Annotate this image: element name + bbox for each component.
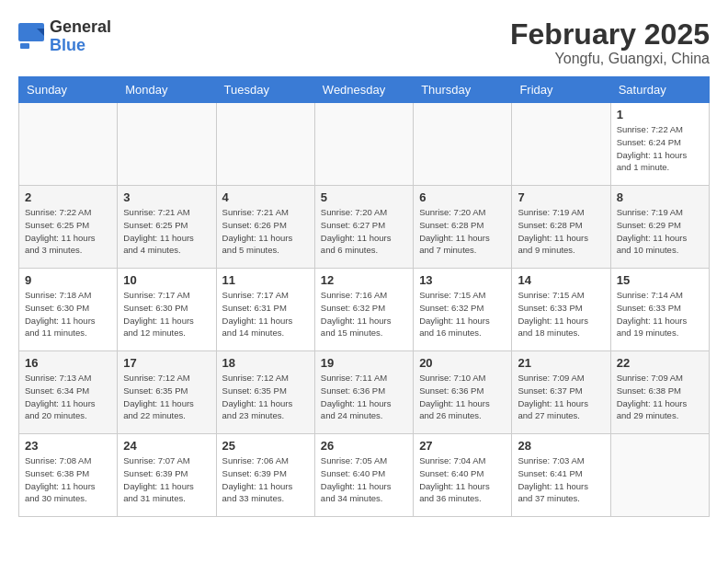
logo-blue-text: Blue (50, 37, 111, 55)
day-info: Sunrise: 7:14 AM Sunset: 6:33 PM Dayligh… (617, 289, 703, 339)
day-info: Sunrise: 7:08 AM Sunset: 6:38 PM Dayligh… (25, 454, 111, 505)
title-block: February 2025 Yongfu, Guangxi, China (510, 18, 710, 67)
day-number: 17 (123, 356, 210, 370)
calendar-week-row: 2Sunrise: 7:22 AM Sunset: 6:25 PM Daylig… (19, 186, 710, 269)
calendar-day-cell (118, 103, 216, 186)
day-info: Sunrise: 7:03 AM Sunset: 6:41 PM Dayligh… (518, 454, 604, 505)
day-number: 20 (419, 356, 506, 370)
day-number: 6 (419, 190, 506, 204)
day-info: Sunrise: 7:12 AM Sunset: 6:35 PM Dayligh… (123, 372, 210, 422)
calendar-day-cell (216, 103, 314, 186)
calendar-day-cell: 8Sunrise: 7:19 AM Sunset: 6:29 PM Daylig… (610, 186, 709, 269)
day-number: 24 (123, 439, 210, 453)
day-info: Sunrise: 7:19 AM Sunset: 6:29 PM Dayligh… (617, 206, 703, 257)
day-number: 12 (321, 273, 407, 287)
day-info: Sunrise: 7:15 AM Sunset: 6:33 PM Dayligh… (518, 289, 604, 339)
calendar-week-row: 9Sunrise: 7:18 AM Sunset: 6:30 PM Daylig… (19, 269, 710, 351)
svg-rect-2 (20, 43, 29, 49)
month-year-title: February 2025 (510, 18, 710, 51)
day-info: Sunrise: 7:10 AM Sunset: 6:36 PM Dayligh… (419, 372, 506, 422)
day-info: Sunrise: 7:22 AM Sunset: 6:24 PM Dayligh… (617, 123, 703, 174)
location-subtitle: Yongfu, Guangxi, China (510, 51, 710, 67)
calendar-week-row: 23Sunrise: 7:08 AM Sunset: 6:38 PM Dayli… (19, 434, 710, 517)
logo: General Blue (18, 18, 111, 55)
day-info: Sunrise: 7:20 AM Sunset: 6:27 PM Dayligh… (321, 206, 407, 257)
calendar-day-cell: 1Sunrise: 7:22 AM Sunset: 6:24 PM Daylig… (610, 103, 709, 186)
calendar-day-cell: 19Sunrise: 7:11 AM Sunset: 6:36 PM Dayli… (314, 351, 413, 434)
calendar-day-cell: 28Sunrise: 7:03 AM Sunset: 6:41 PM Dayli… (512, 434, 610, 517)
calendar-week-row: 16Sunrise: 7:13 AM Sunset: 6:34 PM Dayli… (19, 351, 710, 434)
calendar-day-cell: 9Sunrise: 7:18 AM Sunset: 6:30 PM Daylig… (19, 269, 118, 351)
calendar-day-cell (414, 103, 512, 186)
day-info: Sunrise: 7:21 AM Sunset: 6:25 PM Dayligh… (123, 206, 210, 257)
calendar-day-cell: 25Sunrise: 7:06 AM Sunset: 6:39 PM Dayli… (216, 434, 314, 517)
day-info: Sunrise: 7:18 AM Sunset: 6:30 PM Dayligh… (25, 289, 111, 339)
calendar-day-cell: 10Sunrise: 7:17 AM Sunset: 6:30 PM Dayli… (118, 269, 216, 351)
day-info: Sunrise: 7:21 AM Sunset: 6:26 PM Dayligh… (222, 206, 309, 257)
calendar-day-cell: 17Sunrise: 7:12 AM Sunset: 6:35 PM Dayli… (118, 351, 216, 434)
calendar-day-cell: 4Sunrise: 7:21 AM Sunset: 6:26 PM Daylig… (216, 186, 314, 269)
calendar-day-cell: 5Sunrise: 7:20 AM Sunset: 6:27 PM Daylig… (314, 186, 413, 269)
day-of-week-header: Sunday (19, 77, 118, 103)
day-of-week-header: Wednesday (314, 77, 413, 103)
calendar-day-cell (314, 103, 413, 186)
calendar-day-cell: 18Sunrise: 7:12 AM Sunset: 6:35 PM Dayli… (216, 351, 314, 434)
day-number: 13 (419, 273, 506, 287)
calendar-day-cell: 23Sunrise: 7:08 AM Sunset: 6:38 PM Dayli… (19, 434, 118, 517)
day-info: Sunrise: 7:22 AM Sunset: 6:25 PM Dayligh… (25, 206, 111, 257)
calendar-day-cell: 7Sunrise: 7:19 AM Sunset: 6:28 PM Daylig… (512, 186, 610, 269)
calendar-day-cell: 27Sunrise: 7:04 AM Sunset: 6:40 PM Dayli… (414, 434, 512, 517)
day-of-week-header: Tuesday (216, 77, 314, 103)
calendar-day-cell: 14Sunrise: 7:15 AM Sunset: 6:33 PM Dayli… (512, 269, 610, 351)
calendar-day-cell: 21Sunrise: 7:09 AM Sunset: 6:37 PM Dayli… (512, 351, 610, 434)
day-number: 14 (518, 273, 604, 287)
day-number: 5 (321, 190, 407, 204)
day-number: 9 (25, 273, 111, 287)
day-info: Sunrise: 7:16 AM Sunset: 6:32 PM Dayligh… (321, 289, 407, 339)
day-info: Sunrise: 7:20 AM Sunset: 6:28 PM Dayligh… (419, 206, 506, 257)
day-number: 27 (419, 439, 506, 453)
day-number: 23 (25, 439, 111, 453)
day-number: 18 (222, 356, 309, 370)
page-header: General Blue February 2025 Yongfu, Guang… (18, 18, 710, 67)
calendar-header-row: SundayMondayTuesdayWednesdayThursdayFrid… (19, 77, 710, 103)
day-info: Sunrise: 7:09 AM Sunset: 6:37 PM Dayligh… (518, 372, 604, 422)
day-number: 19 (321, 356, 407, 370)
day-number: 25 (222, 439, 309, 453)
day-of-week-header: Thursday (414, 77, 512, 103)
day-info: Sunrise: 7:07 AM Sunset: 6:39 PM Dayligh… (123, 454, 210, 505)
day-of-week-header: Saturday (610, 77, 709, 103)
day-number: 8 (617, 190, 703, 204)
day-info: Sunrise: 7:12 AM Sunset: 6:35 PM Dayligh… (222, 372, 309, 422)
day-info: Sunrise: 7:19 AM Sunset: 6:28 PM Dayligh… (518, 206, 604, 257)
day-info: Sunrise: 7:11 AM Sunset: 6:36 PM Dayligh… (321, 372, 407, 422)
calendar-day-cell: 12Sunrise: 7:16 AM Sunset: 6:32 PM Dayli… (314, 269, 413, 351)
day-info: Sunrise: 7:13 AM Sunset: 6:34 PM Dayligh… (25, 372, 111, 422)
calendar-day-cell: 15Sunrise: 7:14 AM Sunset: 6:33 PM Dayli… (610, 269, 709, 351)
calendar-day-cell (19, 103, 118, 186)
logo-text: General Blue (50, 18, 111, 55)
day-info: Sunrise: 7:17 AM Sunset: 6:30 PM Dayligh… (123, 289, 210, 339)
calendar-day-cell: 20Sunrise: 7:10 AM Sunset: 6:36 PM Dayli… (414, 351, 512, 434)
calendar-day-cell: 26Sunrise: 7:05 AM Sunset: 6:40 PM Dayli… (314, 434, 413, 517)
logo-general-text: General (50, 18, 111, 37)
day-number: 4 (222, 190, 309, 204)
calendar-day-cell (610, 434, 709, 517)
calendar-day-cell: 3Sunrise: 7:21 AM Sunset: 6:25 PM Daylig… (118, 186, 216, 269)
svg-rect-0 (18, 23, 44, 41)
day-number: 15 (617, 273, 703, 287)
calendar-day-cell: 24Sunrise: 7:07 AM Sunset: 6:39 PM Dayli… (118, 434, 216, 517)
day-number: 26 (321, 439, 407, 453)
day-info: Sunrise: 7:17 AM Sunset: 6:31 PM Dayligh… (222, 289, 309, 339)
day-number: 1 (617, 108, 703, 121)
day-of-week-header: Monday (118, 77, 216, 103)
day-number: 11 (222, 273, 309, 287)
day-number: 7 (518, 190, 604, 204)
day-number: 22 (617, 356, 703, 370)
day-number: 28 (518, 439, 604, 453)
logo-icon (18, 23, 46, 51)
calendar-day-cell: 2Sunrise: 7:22 AM Sunset: 6:25 PM Daylig… (19, 186, 118, 269)
calendar-day-cell: 22Sunrise: 7:09 AM Sunset: 6:38 PM Dayli… (610, 351, 709, 434)
day-number: 16 (25, 356, 111, 370)
day-of-week-header: Friday (512, 77, 610, 103)
